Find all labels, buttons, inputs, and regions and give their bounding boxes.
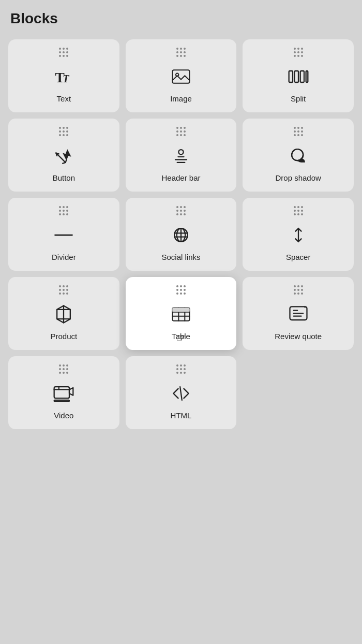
svg-rect-7 <box>306 71 308 82</box>
image-icon <box>169 64 193 89</box>
block-card-social-links[interactable]: Social links <box>126 198 237 271</box>
svg-rect-4 <box>289 71 292 82</box>
svg-text:T: T <box>63 73 69 84</box>
svg-line-44 <box>180 387 182 400</box>
block-card-image[interactable]: Image <box>126 39 237 112</box>
split-icon <box>286 64 311 89</box>
drag-handle <box>176 364 186 374</box>
button-label: Button <box>53 173 75 182</box>
social-links-icon <box>169 223 193 247</box>
drag-handle <box>176 48 186 57</box>
table-icon <box>169 302 193 327</box>
block-card-drop-shadow[interactable]: Drop shadow <box>243 119 354 192</box>
drag-handle <box>294 48 303 57</box>
text-label: Text <box>57 94 71 103</box>
drop-shadow-icon <box>286 143 311 168</box>
html-label: HTML <box>171 411 192 420</box>
drag-handle <box>59 127 68 136</box>
product-icon <box>51 302 76 327</box>
drag-handle <box>59 285 68 295</box>
drag-handle <box>59 48 68 57</box>
drag-handle <box>294 127 303 136</box>
social-links-label: Social links <box>161 253 200 261</box>
product-label: Product <box>50 332 77 341</box>
button-icon <box>51 143 76 168</box>
block-card-header-bar[interactable]: Header bar <box>126 119 237 192</box>
spacer-label: Spacer <box>286 253 311 261</box>
block-card-review-quote[interactable]: Review quote <box>243 277 354 350</box>
cursor-pointer: ☞ <box>176 331 186 345</box>
svg-rect-5 <box>294 71 298 82</box>
block-card-table[interactable]: Table☞ <box>126 277 237 350</box>
svg-rect-6 <box>300 71 304 82</box>
video-label: Video <box>54 411 73 420</box>
divider-icon <box>51 223 76 247</box>
spacer-icon <box>286 223 311 247</box>
drag-handle <box>176 127 186 136</box>
video-icon <box>51 381 76 406</box>
drag-handle <box>294 285 303 295</box>
split-label: Split <box>291 94 306 103</box>
block-card-divider[interactable]: Divider <box>8 198 119 271</box>
block-card-text[interactable]: T T Text <box>8 39 119 112</box>
svg-rect-2 <box>172 70 189 83</box>
block-card-button[interactable]: Button <box>8 119 119 192</box>
drag-handle <box>294 206 303 215</box>
blocks-grid: T T Text Image Split Button Header bar D… <box>8 39 354 429</box>
svg-rect-39 <box>54 387 69 398</box>
block-card-spacer[interactable]: Spacer <box>243 198 354 271</box>
text-icon: T T <box>51 64 76 89</box>
divider-label: Divider <box>52 253 76 261</box>
drag-handle <box>176 206 186 215</box>
drop-shadow-label: Drop shadow <box>275 173 321 182</box>
html-icon <box>169 381 193 406</box>
review-quote-icon <box>286 302 311 327</box>
image-label: Image <box>170 94 192 103</box>
svg-marker-42 <box>69 388 73 396</box>
drag-handle <box>59 206 68 215</box>
page-title: Blocks <box>8 10 354 27</box>
header-bar-icon <box>169 143 193 168</box>
review-quote-label: Review quote <box>275 332 322 341</box>
header-bar-label: Header bar <box>161 173 200 182</box>
block-card-split[interactable]: Split <box>243 39 354 112</box>
block-card-video[interactable]: Video <box>8 356 119 429</box>
block-card-html[interactable]: HTML <box>126 356 237 429</box>
svg-point-13 <box>178 150 183 154</box>
drag-handle <box>176 285 186 295</box>
svg-rect-43 <box>54 400 69 402</box>
block-card-product[interactable]: Product <box>8 277 119 350</box>
drag-handle <box>59 364 68 374</box>
